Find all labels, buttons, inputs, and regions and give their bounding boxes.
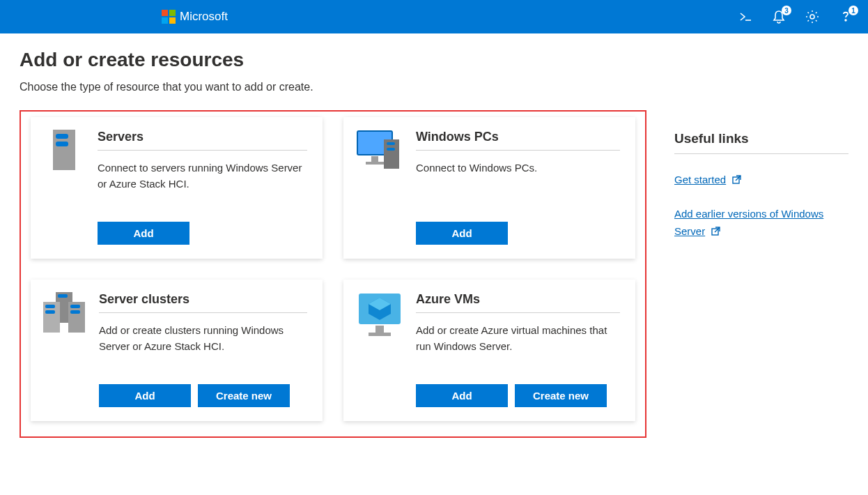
svg-rect-10 xyxy=(387,142,395,145)
settings-icon[interactable] xyxy=(805,10,819,24)
svg-rect-5 xyxy=(56,142,68,146)
card-title: Azure VMs xyxy=(416,292,620,313)
microsoft-logo-icon xyxy=(162,10,176,24)
link-get-started[interactable]: Get started xyxy=(674,174,726,185)
notifications-badge: 3 xyxy=(782,6,791,15)
external-link-icon xyxy=(711,223,720,241)
svg-rect-18 xyxy=(70,310,80,314)
svg-point-2 xyxy=(845,20,846,21)
svg-rect-11 xyxy=(387,148,395,151)
topbar-actions: 3 1 xyxy=(738,10,860,24)
card-desc: Connect to servers running Windows Serve… xyxy=(98,160,307,202)
svg-rect-8 xyxy=(366,162,384,165)
server-icon xyxy=(43,130,85,172)
useful-links-sidebar: Useful links Get started Add earlier ver… xyxy=(674,49,848,438)
cluster-icon xyxy=(43,292,86,334)
pc-icon xyxy=(356,130,403,172)
card-desc: Add or create clusters running Windows S… xyxy=(99,323,307,365)
add-button[interactable]: Add xyxy=(416,222,508,245)
svg-rect-4 xyxy=(56,134,68,139)
create-new-button[interactable]: Create new xyxy=(198,384,290,407)
card-title: Server clusters xyxy=(99,292,307,313)
add-button[interactable]: Add xyxy=(416,384,508,407)
brand-text: Microsoft xyxy=(180,10,228,24)
create-new-button[interactable]: Create new xyxy=(515,384,607,407)
help-icon[interactable]: 1 xyxy=(839,10,853,24)
cards-highlight-outline: Servers Connect to servers running Windo… xyxy=(20,110,646,438)
svg-rect-22 xyxy=(369,333,391,336)
page-title: Add or create resources xyxy=(20,49,646,71)
card-desc: Connect to Windows PCs. xyxy=(416,160,620,202)
microsoft-logo[interactable]: Microsoft xyxy=(162,10,228,24)
sidebar-title: Useful links xyxy=(674,131,848,154)
add-button[interactable]: Add xyxy=(98,222,189,245)
add-button[interactable]: Add xyxy=(99,384,191,407)
notifications-icon[interactable]: 3 xyxy=(772,10,786,24)
svg-rect-17 xyxy=(70,305,80,308)
card-windows-pcs: Windows PCs Connect to Windows PCs. Add xyxy=(343,117,635,259)
card-desc: Add or create Azure virtual machines tha… xyxy=(416,323,620,365)
card-server-clusters: Server clusters Add or create clusters r… xyxy=(31,280,323,421)
svg-rect-19 xyxy=(58,294,68,298)
top-bar: Microsoft 3 1 xyxy=(0,0,868,33)
svg-point-1 xyxy=(810,15,814,19)
page-subtitle: Choose the type of resource that you wan… xyxy=(20,81,646,93)
card-title: Servers xyxy=(98,130,307,151)
card-azure-vms: Azure VMs Add or create Azure virtual ma… xyxy=(343,280,635,421)
external-link-icon xyxy=(732,172,741,190)
svg-rect-7 xyxy=(371,156,378,162)
link-add-earlier-versions[interactable]: Add earlier versions of Windows Server xyxy=(674,208,823,238)
card-title: Windows PCs xyxy=(416,130,620,151)
svg-rect-16 xyxy=(45,310,55,314)
svg-rect-21 xyxy=(375,326,384,333)
cloud-shell-icon[interactable] xyxy=(738,10,752,24)
help-badge: 1 xyxy=(848,6,858,15)
azure-vm-icon xyxy=(356,292,403,334)
card-servers: Servers Connect to servers running Windo… xyxy=(31,117,323,259)
svg-rect-15 xyxy=(45,305,55,308)
